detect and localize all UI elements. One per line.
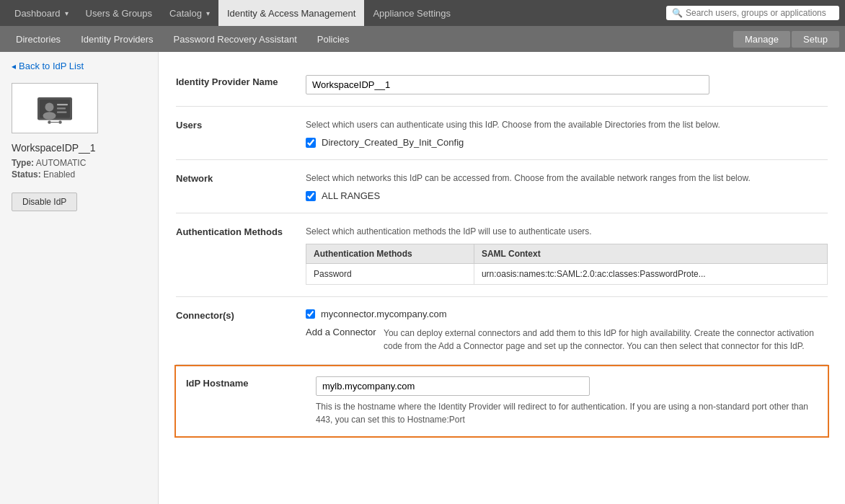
directories-nav-item[interactable]: Directories — [6, 26, 71, 52]
users-row: Users Select which users can authenticat… — [176, 107, 828, 160]
second-nav-bar: Directories Identity Providers Password … — [0, 26, 845, 52]
idp-hostname-input[interactable] — [316, 376, 590, 396]
connector-name: myconnector.mycompany.com — [321, 309, 447, 319]
network-row: Network Select which networks this IdP c… — [176, 160, 828, 213]
idp-status: Status: Enabled — [12, 169, 146, 180]
content-area: Back to IdP List WorkspaceIDP__1 — [0, 52, 845, 504]
password-recovery-label: Password Recovery Assistant — [174, 34, 297, 45]
manage-button[interactable]: Manage — [733, 31, 790, 48]
policies-nav-item[interactable]: Policies — [307, 26, 360, 52]
network-checkbox-row: ALL RANGES — [306, 190, 828, 201]
identity-access-label: Identity & Access Management — [227, 8, 355, 19]
appliance-settings-nav-btn[interactable]: Appliance Settings — [364, 0, 459, 26]
auth-methods-content: Select which authentication methods the … — [306, 225, 828, 285]
search-box: 🔍 — [666, 6, 839, 20]
svg-point-2 — [45, 103, 54, 112]
setup-button[interactable]: Setup — [792, 31, 839, 48]
dashboard-dropdown-arrow: ▾ — [65, 9, 68, 17]
connector-checkbox[interactable] — [306, 309, 315, 319]
auth-methods-table: Authentication Methods SAML Context Pass… — [306, 244, 828, 285]
idp-hostname-label: IdP Hostname — [186, 376, 316, 389]
connectors-content: myconnector.mycompany.com Add a Connecto… — [306, 309, 828, 353]
auth-methods-row: Authentication Methods Select which auth… — [176, 213, 828, 297]
network-checkbox-label: ALL RANGES — [322, 190, 380, 201]
idp-type: Type: AUTOMATIC — [12, 158, 146, 168]
saml-context-col-header: SAML Context — [474, 244, 827, 264]
svg-rect-4 — [57, 104, 68, 105]
users-checkbox-row: Directory_Created_By_Init_Config — [306, 137, 828, 148]
add-connector-description: You can deploy external connectors and a… — [384, 327, 828, 353]
add-connector-row: Add a Connector You can deploy external … — [306, 327, 828, 353]
idp-hostname-description: This is the hostname where the Identity … — [316, 400, 818, 426]
connectors-row: Connector(s) myconnector.mycompany.com A… — [176, 297, 828, 365]
idp-name-row: Identity Provider Name — [176, 63, 828, 107]
search-icon: 🔍 — [672, 8, 683, 18]
appliance-settings-label: Appliance Settings — [373, 8, 451, 19]
identity-access-nav-btn[interactable]: Identity & Access Management — [218, 0, 364, 26]
network-checkbox[interactable] — [306, 191, 316, 201]
network-description: Select which networks this IdP can be ac… — [306, 172, 828, 185]
auth-methods-description: Select which authentication methods the … — [306, 225, 828, 238]
top-nav-bar: Dashboard ▾ Users & Groups Catalog ▾ Ide… — [0, 0, 845, 26]
second-nav-right-group: Manage Setup — [733, 31, 839, 48]
identity-providers-nav-item[interactable]: Identity Providers — [71, 26, 163, 52]
users-content: Select which users can authenticate usin… — [306, 118, 828, 148]
main-panel: Identity Provider Name Users Select whic… — [159, 52, 845, 504]
disable-idp-button[interactable]: Disable IdP — [12, 193, 77, 211]
svg-point-7 — [48, 120, 51, 124]
users-description: Select which users can authenticate usin… — [306, 118, 828, 131]
network-content: Select which networks this IdP can be ac… — [306, 172, 828, 201]
dashboard-nav-btn[interactable]: Dashboard ▾ — [6, 0, 77, 26]
back-to-idp-link[interactable]: Back to IdP List — [12, 61, 146, 71]
auth-table-header-row: Authentication Methods SAML Context — [306, 244, 828, 264]
directories-label: Directories — [16, 34, 61, 45]
users-groups-nav-btn[interactable]: Users & Groups — [77, 0, 161, 26]
auth-methods-col-header: Authentication Methods — [306, 244, 474, 264]
network-label: Network — [176, 172, 306, 184]
idp-icon — [33, 90, 76, 126]
password-recovery-nav-item[interactable]: Password Recovery Assistant — [164, 26, 307, 52]
catalog-nav-btn[interactable]: Catalog ▾ — [161, 0, 218, 26]
users-checkbox[interactable] — [306, 138, 316, 148]
dashboard-label: Dashboard — [14, 8, 61, 19]
connector-item-row: myconnector.mycompany.com — [306, 309, 828, 319]
svg-rect-5 — [57, 107, 66, 109]
svg-point-8 — [58, 120, 62, 124]
users-groups-label: Users & Groups — [86, 8, 152, 19]
policies-label: Policies — [317, 34, 350, 45]
auth-table-row: Password urn:oasis:names:tc:SAML:2.0:ac:… — [306, 264, 828, 285]
identity-providers-label: Identity Providers — [81, 34, 153, 45]
svg-rect-6 — [57, 112, 67, 113]
idp-icon-box — [12, 83, 98, 133]
connectors-label: Connector(s) — [176, 309, 306, 321]
svg-point-3 — [43, 112, 56, 120]
idp-display-name: WorkspaceIDP__1 — [12, 142, 146, 154]
users-checkbox-label: Directory_Created_By_Init_Config — [322, 137, 464, 148]
catalog-label: Catalog — [169, 8, 202, 19]
auth-method-cell: Password — [306, 264, 474, 285]
users-label: Users — [176, 118, 306, 131]
auth-methods-label: Authentication Methods — [176, 225, 306, 237]
idp-hostname-row: IdP Hostname This is the hostname where … — [174, 365, 829, 438]
idp-name-label: Identity Provider Name — [176, 75, 306, 87]
add-connector-label: Add a Connector — [306, 327, 378, 337]
search-input[interactable] — [686, 8, 833, 18]
catalog-dropdown-arrow: ▾ — [206, 9, 210, 17]
idp-name-input[interactable] — [306, 75, 709, 94]
left-panel: Back to IdP List WorkspaceIDP__1 — [0, 52, 159, 504]
idp-hostname-content: This is the hostname where the Identity … — [316, 376, 818, 426]
idp-name-content — [306, 75, 828, 94]
saml-context-cell: urn:oasis:names:tc:SAML:2.0:ac:classes:P… — [474, 264, 827, 285]
